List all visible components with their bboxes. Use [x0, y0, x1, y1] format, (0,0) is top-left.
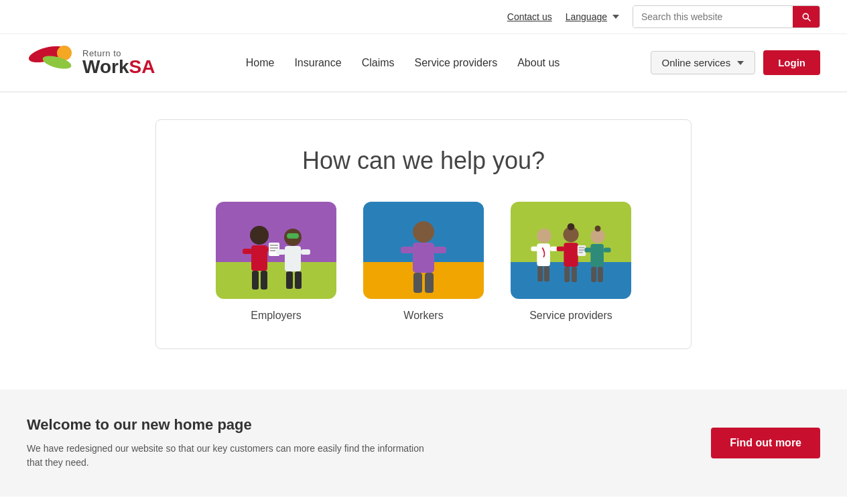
welcome-section: Welcome to our new home page We have red…	[0, 389, 847, 497]
online-services-button[interactable]: Online services	[651, 51, 756, 74]
nav-insurance[interactable]: Insurance	[294, 57, 341, 69]
svg-rect-38	[572, 267, 577, 282]
svg-rect-25	[425, 273, 434, 293]
nav-home[interactable]: Home	[246, 57, 275, 69]
svg-rect-19	[295, 271, 302, 289]
workers-label: Workers	[403, 310, 443, 322]
nav-claims[interactable]: Claims	[362, 57, 395, 69]
header-top-links: Contact us Language	[507, 11, 619, 22]
svg-rect-22	[401, 247, 413, 253]
svg-rect-17	[301, 249, 310, 255]
workers-card[interactable]: Workers	[363, 202, 484, 322]
main-content: How can we help you?	[0, 92, 847, 363]
svg-rect-8	[261, 271, 267, 290]
service-providers-illustration	[517, 212, 625, 299]
svg-rect-27	[537, 243, 550, 266]
logo-graphic	[27, 41, 77, 84]
svg-rect-21	[413, 243, 434, 273]
svg-rect-29	[550, 247, 558, 251]
employers-illustration	[222, 212, 330, 299]
svg-rect-31	[544, 266, 549, 281]
svg-rect-10	[270, 245, 278, 246]
logo-text: Return to WorkSA	[82, 49, 155, 76]
help-cards: Employers Workers	[183, 202, 664, 322]
search-input[interactable]	[633, 6, 793, 27]
search-icon	[801, 11, 811, 22]
svg-rect-14	[287, 233, 299, 239]
svg-rect-23	[434, 247, 446, 253]
svg-rect-34	[564, 243, 578, 267]
header-top-bar: Contact us Language	[0, 0, 847, 34]
svg-rect-46	[584, 247, 592, 252]
svg-rect-37	[564, 267, 570, 282]
svg-rect-11	[270, 247, 278, 249]
svg-rect-12	[270, 250, 275, 251]
employers-card[interactable]: Employers	[216, 202, 336, 322]
search-bar	[633, 5, 820, 28]
service-providers-card[interactable]: Service providers	[511, 202, 631, 322]
nav-links: Home Insurance Claims Service providers …	[246, 57, 560, 69]
svg-point-26	[537, 229, 551, 243]
chevron-down-icon	[612, 15, 619, 19]
svg-rect-28	[531, 247, 538, 251]
nav-right: Online services Login	[651, 50, 820, 75]
find-out-more-button[interactable]: Find out more	[711, 428, 820, 458]
search-button[interactable]	[793, 6, 820, 27]
svg-rect-48	[591, 267, 596, 282]
language-button[interactable]: Language	[566, 11, 619, 22]
svg-rect-5	[243, 249, 252, 254]
svg-rect-18	[286, 271, 293, 289]
svg-rect-4	[251, 245, 267, 271]
svg-point-20	[413, 221, 434, 243]
svg-rect-24	[413, 273, 422, 293]
help-section: How can we help you?	[155, 119, 692, 349]
workers-illustration	[370, 212, 477, 299]
nav-service-providers[interactable]: Service providers	[415, 57, 498, 69]
svg-point-44	[595, 226, 601, 232]
svg-rect-47	[604, 247, 611, 252]
workers-card-image	[363, 202, 484, 299]
employers-label: Employers	[251, 310, 302, 322]
service-providers-label: Service providers	[529, 310, 612, 322]
login-button[interactable]: Login	[763, 50, 820, 75]
logo[interactable]: Return to WorkSA	[27, 41, 155, 84]
contact-us-link[interactable]: Contact us	[507, 11, 552, 22]
svg-rect-42	[579, 252, 583, 253]
svg-rect-41	[579, 249, 585, 251]
svg-rect-49	[598, 267, 603, 282]
svg-rect-35	[557, 247, 565, 251]
chevron-down-icon	[737, 61, 744, 65]
welcome-body: We have redesigned our website so that o…	[27, 442, 429, 470]
svg-rect-40	[579, 247, 585, 249]
welcome-heading: Welcome to our new home page	[27, 416, 429, 434]
help-title: How can we help you?	[183, 147, 664, 175]
svg-rect-45	[590, 244, 604, 267]
svg-point-3	[250, 226, 269, 245]
nav-about-us[interactable]: About us	[517, 57, 560, 69]
svg-rect-30	[537, 266, 543, 281]
logo-shapes	[27, 41, 77, 84]
welcome-text: Welcome to our new home page We have red…	[27, 416, 429, 470]
svg-rect-15	[285, 246, 301, 271]
employers-card-image	[216, 202, 336, 299]
service-providers-card-image	[511, 202, 631, 299]
svg-rect-7	[252, 271, 259, 290]
svg-point-33	[568, 223, 575, 231]
header-nav: Return to WorkSA Home Insurance Claims S…	[0, 34, 847, 92]
svg-rect-16	[276, 249, 285, 255]
